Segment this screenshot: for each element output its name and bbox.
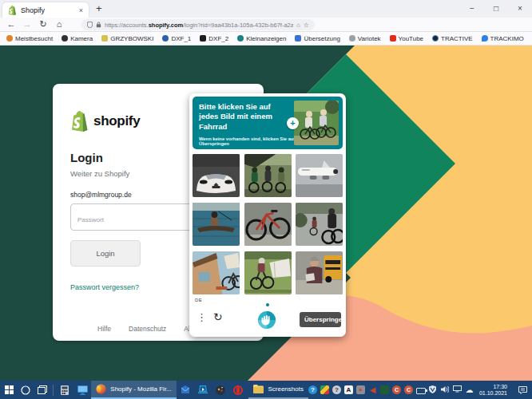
task-view-icon[interactable] bbox=[34, 381, 50, 399]
bookmark-uebersetzung[interactable]: Übersetzung bbox=[295, 35, 339, 42]
shield-icon[interactable] bbox=[429, 385, 438, 394]
captcha-image-man-at-school-bus[interactable] bbox=[296, 251, 343, 294]
home-add-icon[interactable]: ⌂ bbox=[296, 22, 300, 29]
brand-wordmark: shopify bbox=[93, 113, 140, 129]
close-button[interactable]: × bbox=[508, 0, 532, 18]
taskbar-firefox-task[interactable]: Shopify - Mozilla Fir... bbox=[91, 381, 176, 399]
bookmark-youtube[interactable]: YouTube bbox=[390, 35, 423, 42]
example-expand-button[interactable]: + bbox=[287, 117, 299, 129]
clock-time: 17:30 bbox=[479, 384, 507, 390]
captcha-image-caravan-with-bike[interactable] bbox=[193, 251, 240, 294]
captcha-example-image bbox=[294, 101, 339, 145]
url-bar[interactable]: https://accounts.shopify.com/login?rid=9… bbox=[81, 19, 315, 30]
bookmark-kleinanzeigen[interactable]: Kleinanzeigen bbox=[237, 35, 286, 42]
browser-toolbar: ← → ↻ ⌂ https://accounts.shopify.com/log… bbox=[0, 18, 532, 32]
login-subheading: Weiter zu Shopify bbox=[70, 169, 129, 178]
taskbar-clock[interactable]: 17:30 01.10.2021 bbox=[479, 384, 507, 397]
bookmark-meistbesucht[interactable]: Meistbesucht bbox=[6, 35, 53, 42]
shopify-logo: shopify bbox=[70, 111, 140, 132]
captcha-refresh-icon[interactable]: ↻ bbox=[213, 310, 223, 323]
captcha-image-airplane[interactable] bbox=[296, 154, 343, 197]
tracking-shield-icon[interactable] bbox=[87, 22, 93, 28]
tray-blocked-icon[interactable]: × bbox=[356, 385, 365, 394]
maximize-button[interactable]: □ bbox=[484, 0, 508, 18]
bookmark-icon bbox=[237, 35, 244, 41]
progress-dot bbox=[266, 303, 269, 306]
login-button[interactable]: Login bbox=[70, 240, 141, 267]
taskbar-screenshots-task[interactable]: Screenshots bbox=[248, 381, 308, 399]
speaker-icon[interactable] bbox=[441, 385, 450, 394]
tab-close-icon[interactable]: × bbox=[79, 6, 83, 14]
tab-title: Shopify bbox=[21, 6, 75, 14]
captcha-image-mountain-bikers[interactable] bbox=[244, 154, 292, 197]
help-link[interactable]: Hilfe bbox=[97, 325, 111, 333]
new-tab-button[interactable]: + bbox=[96, 2, 102, 14]
tray-question-icon[interactable]: ? bbox=[332, 385, 341, 394]
bookmark-icon bbox=[432, 35, 439, 41]
cortana-search-icon[interactable] bbox=[18, 381, 34, 399]
feedback-hub-icon[interactable] bbox=[212, 381, 229, 399]
login-email: shop@mlmgroup.de bbox=[70, 191, 132, 199]
folder-icon bbox=[253, 385, 264, 393]
bookmark-variotek[interactable]: Variotek bbox=[349, 35, 381, 42]
start-button[interactable] bbox=[0, 381, 18, 399]
bookmark-icon bbox=[482, 35, 488, 41]
bookmark-icon bbox=[295, 35, 301, 41]
bookmark-grzybowski[interactable]: GRZYBOWSKI bbox=[101, 35, 153, 42]
mail-app-icon[interactable] bbox=[177, 381, 194, 399]
tray-green-app-icon[interactable] bbox=[380, 385, 389, 394]
battery-icon[interactable] bbox=[416, 388, 426, 394]
captcha-image-cyclocross-rider[interactable] bbox=[244, 251, 292, 294]
bookmarks-bar: Meistbesucht Kamera GRZYBOWSKI DXF_1 DXF… bbox=[0, 32, 532, 45]
quick-assist-icon[interactable] bbox=[194, 381, 212, 399]
opera-icon[interactable] bbox=[229, 381, 247, 399]
captcha-image-bike-closeup[interactable] bbox=[244, 203, 292, 246]
bookmark-icon bbox=[101, 35, 108, 41]
forward-icon[interactable]: → bbox=[21, 18, 34, 31]
bookmark-dxf1[interactable]: DXF_1 bbox=[162, 35, 191, 42]
bookmark-icon bbox=[390, 35, 396, 41]
tray-volume-triangle-icon[interactable]: ◀ bbox=[368, 385, 377, 394]
bookmark-dxf2[interactable]: DXF_2 bbox=[200, 35, 228, 42]
captcha-image-kayak-angler[interactable] bbox=[193, 203, 240, 246]
hcaptcha-logo-icon[interactable] bbox=[257, 310, 276, 330]
desktop-screen: Shopify × + − □ × ← → ↻ ⌂ https://accoun… bbox=[0, 0, 532, 399]
bookmark-tractive[interactable]: TRACTIVE bbox=[432, 35, 473, 42]
bookmark-trackimo[interactable]: TRACKIMO bbox=[482, 35, 524, 42]
captcha-image-grid bbox=[193, 154, 343, 294]
back-icon[interactable]: ← bbox=[5, 18, 18, 31]
taskbar-divider bbox=[53, 385, 54, 396]
shopify-bag-icon bbox=[70, 111, 89, 132]
captcha-title: Bitte klicken Sie auf jedes Bild mit ein… bbox=[199, 102, 292, 132]
bookmark-star-icon[interactable]: ☆ bbox=[304, 22, 309, 29]
skip-button[interactable]: Überspringen bbox=[300, 312, 341, 327]
tray-autohotkey-icon[interactable]: A bbox=[344, 385, 353, 394]
display-settings-icon[interactable] bbox=[73, 381, 91, 399]
screenshots-task-label: Screenshots bbox=[268, 385, 303, 393]
captcha-language[interactable]: DE bbox=[195, 298, 202, 302]
captcha-image-white-car[interactable] bbox=[193, 154, 240, 197]
bookmark-icon bbox=[62, 35, 68, 41]
tray-drive-icon[interactable] bbox=[320, 385, 329, 394]
display-tray-icon[interactable] bbox=[453, 385, 462, 394]
firefox-task-label: Shopify - Mozilla Fir... bbox=[110, 385, 171, 393]
tray-help-icon[interactable]: ? bbox=[308, 385, 317, 394]
captcha-menu-icon[interactable]: ⋮ bbox=[197, 311, 207, 323]
home-icon[interactable]: ⌂ bbox=[53, 18, 66, 31]
onedrive-cloud-icon[interactable]: ☁ bbox=[465, 385, 474, 394]
captcha-image-road-cyclists[interactable] bbox=[296, 203, 343, 246]
tray-currency-icon-1[interactable]: C bbox=[392, 385, 401, 394]
captcha-header: Bitte klicken Sie auf jedes Bild mit ein… bbox=[193, 97, 343, 149]
calculator-icon[interactable] bbox=[56, 381, 73, 399]
tab-shopify[interactable]: Shopify × bbox=[2, 2, 89, 18]
forgot-password-link[interactable]: Passwort vergessen? bbox=[70, 283, 139, 291]
bookmark-kamera[interactable]: Kamera bbox=[62, 35, 93, 42]
login-heading: Login bbox=[70, 151, 103, 164]
action-center-icon[interactable] bbox=[514, 381, 530, 399]
shopify-favicon-icon bbox=[8, 6, 17, 15]
reload-icon[interactable]: ↻ bbox=[37, 18, 50, 31]
padlock-icon[interactable] bbox=[96, 22, 101, 28]
tray-currency-icon-2[interactable]: C bbox=[404, 385, 413, 394]
minimize-button[interactable]: − bbox=[460, 0, 484, 18]
privacy-link[interactable]: Datenschutz bbox=[129, 325, 166, 333]
